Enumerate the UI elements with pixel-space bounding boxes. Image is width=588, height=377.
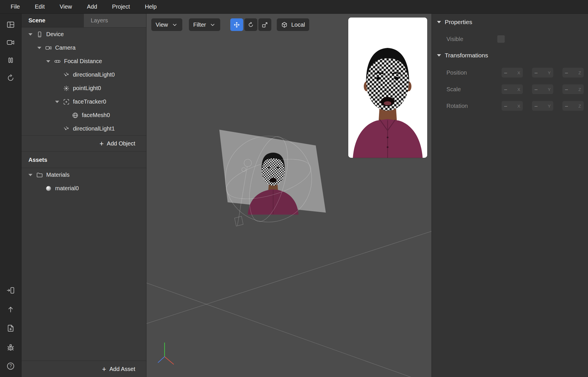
directional-light-icon bbox=[63, 125, 70, 133]
device-icon bbox=[36, 31, 43, 38]
add-asset-button[interactable]: + Add Asset bbox=[22, 361, 146, 377]
tab-scene-label: Scene bbox=[28, 17, 45, 24]
folder-icon bbox=[36, 171, 43, 179]
send-to-device-icon[interactable] bbox=[4, 283, 18, 297]
scale-y-input[interactable]: – Y bbox=[532, 84, 553, 94]
help-icon[interactable]: ? bbox=[4, 359, 18, 373]
rotation-x-input[interactable]: – X bbox=[502, 101, 523, 111]
transformations-section-header[interactable]: Transformations bbox=[432, 51, 588, 59]
move-icon bbox=[233, 22, 240, 28]
caret-down-icon[interactable] bbox=[46, 60, 50, 63]
tab-layers-label: Layers bbox=[91, 17, 108, 24]
publish-up-icon[interactable] bbox=[4, 302, 18, 316]
scale-row: Scale – X – Y – Z bbox=[432, 84, 588, 94]
position-y-input[interactable]: – Y bbox=[532, 68, 553, 77]
field-value: – bbox=[504, 86, 517, 92]
assets-header-label: Assets bbox=[28, 157, 47, 163]
tree-item-directional-light1[interactable]: directionalLight1 bbox=[22, 122, 146, 135]
axis-label: X bbox=[517, 70, 520, 75]
field-value: – bbox=[535, 103, 548, 109]
scale-label: Scale bbox=[446, 86, 502, 93]
filter-dropdown-label: Filter bbox=[193, 22, 206, 28]
tree-item-material0[interactable]: material0 bbox=[22, 182, 146, 195]
main-content: ? Scene Layers Device bbox=[0, 14, 588, 377]
scene-panel-tabs: Scene Layers bbox=[22, 14, 146, 28]
add-object-button[interactable]: + Add Object bbox=[22, 135, 146, 152]
visible-checkbox[interactable] bbox=[497, 35, 505, 43]
tree-item-label: faceMesh0 bbox=[82, 112, 110, 118]
menu-help[interactable]: Help bbox=[145, 3, 157, 10]
tree-item-materials[interactable]: Materials bbox=[22, 168, 146, 182]
tree-item-camera[interactable]: Camera bbox=[22, 41, 146, 55]
field-value: – bbox=[565, 86, 579, 92]
app-window: File Edit View Add Project Help bbox=[0, 0, 588, 377]
scale-z-input[interactable]: – Z bbox=[562, 84, 584, 94]
tree-item-focal-distance[interactable]: Focal Distance bbox=[22, 55, 146, 68]
tab-layers[interactable]: Layers bbox=[84, 14, 146, 27]
menu-file[interactable]: File bbox=[11, 3, 20, 10]
axis-gizmo bbox=[158, 343, 174, 364]
rotate-icon bbox=[247, 22, 254, 28]
layout-icon[interactable] bbox=[4, 18, 18, 32]
filter-dropdown[interactable]: Filter bbox=[189, 18, 220, 31]
video-camera-icon[interactable] bbox=[4, 36, 18, 49]
face-tracker-icon bbox=[63, 98, 70, 106]
plus-icon: + bbox=[102, 366, 106, 373]
assets-tree: Materials material0 bbox=[22, 168, 146, 195]
properties-section-header[interactable]: Properties bbox=[432, 18, 588, 26]
scale-tool-button[interactable] bbox=[258, 18, 271, 31]
focal-distance-icon bbox=[54, 58, 61, 65]
field-value: – bbox=[535, 70, 548, 76]
tab-scene[interactable]: Scene bbox=[22, 14, 84, 27]
tree-item-face-tracker0[interactable]: faceTracker0 bbox=[22, 95, 146, 108]
menu-project[interactable]: Project bbox=[112, 3, 130, 10]
tree-item-label: faceTracker0 bbox=[73, 98, 106, 105]
visible-row: Visible bbox=[432, 35, 588, 43]
view-dropdown[interactable]: View bbox=[151, 18, 182, 31]
caret-down-icon[interactable] bbox=[37, 47, 41, 49]
svg-text:?: ? bbox=[9, 364, 12, 368]
tree-item-label: Device bbox=[46, 31, 64, 38]
test-bug-icon[interactable] bbox=[4, 340, 18, 354]
menu-edit[interactable]: Edit bbox=[35, 3, 45, 10]
menu-view[interactable]: View bbox=[60, 3, 72, 10]
rotation-z-input[interactable]: – Z bbox=[562, 101, 584, 111]
directional-light-icon bbox=[63, 71, 70, 79]
tree-item-device[interactable]: Device bbox=[22, 28, 146, 41]
field-value: – bbox=[504, 103, 517, 109]
field-value: – bbox=[535, 86, 548, 92]
scale-fields: – X – Y – Z bbox=[502, 84, 584, 94]
export-file-icon[interactable] bbox=[4, 321, 18, 335]
axis-label: Y bbox=[548, 104, 551, 108]
tree-item-face-mesh0[interactable]: faceMesh0 bbox=[22, 108, 146, 122]
left-toolbar: ? bbox=[0, 14, 22, 377]
rotate-tool-button[interactable] bbox=[244, 18, 257, 31]
rotation-y-input[interactable]: – Y bbox=[532, 101, 553, 111]
caret-down-icon[interactable] bbox=[28, 33, 32, 36]
tree-item-label: directionalLight1 bbox=[73, 125, 115, 132]
face-mesh-icon bbox=[71, 112, 79, 119]
viewport-toolbar: View Filter bbox=[151, 18, 309, 31]
tree-item-directional-light0[interactable]: directionalLight0 bbox=[22, 68, 146, 81]
simulator-bars-icon[interactable] bbox=[4, 53, 18, 67]
menu-bar: File Edit View Add Project Help bbox=[0, 0, 588, 14]
position-fields: – X – Y – Z bbox=[502, 68, 584, 77]
tree-item-point-light0[interactable]: pointLight0 bbox=[22, 81, 146, 95]
caret-down-icon[interactable] bbox=[55, 101, 59, 103]
scale-x-input[interactable]: – X bbox=[502, 84, 523, 94]
position-x-input[interactable]: – X bbox=[502, 68, 523, 77]
simulator-preview bbox=[348, 18, 427, 158]
field-value: – bbox=[565, 103, 579, 109]
camera-preview-image bbox=[348, 18, 427, 158]
cube-icon bbox=[281, 22, 288, 28]
menu-add[interactable]: Add bbox=[87, 3, 97, 10]
caret-down-icon[interactable] bbox=[28, 174, 32, 176]
restart-icon[interactable] bbox=[4, 71, 18, 85]
tree-item-label: directionalLight0 bbox=[73, 71, 115, 78]
tree-item-label: pointLight0 bbox=[73, 85, 101, 92]
tree-item-label: Materials bbox=[46, 172, 69, 178]
position-z-input[interactable]: – Z bbox=[562, 68, 584, 77]
rotation-row: Rotation – X – Y – Z bbox=[432, 101, 588, 111]
move-tool-button[interactable] bbox=[230, 18, 243, 31]
local-space-button[interactable]: Local bbox=[277, 18, 309, 31]
